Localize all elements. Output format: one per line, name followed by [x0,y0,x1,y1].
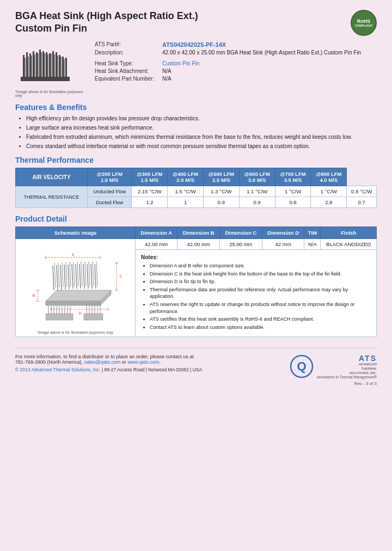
ats-q-logo: Q [290,354,314,378]
dim-a-value: 42.00 mm [136,239,177,250]
svg-line-34 [64,265,65,289]
svg-rect-10 [52,51,54,77]
footer-right: Q ATS ADVANCEDTHERMALSOLUTIONS, INC. Inn… [290,354,377,386]
schematic-note: *Image above is for illustration purpose… [37,330,114,334]
ducted-600: 0.8 [275,197,311,208]
equiv-value: N/A [162,76,171,82]
svg-text:C: C [119,274,122,278]
main-title: BGA Heat Sink (High Aspect Ratio Ext.) C… [15,10,198,35]
product-image-note: *Image above is for illustration purpose… [15,90,86,97]
svg-line-44 [58,263,59,287]
air-velocity-header: AIR VELOCITY [16,168,88,186]
part-number-value: ATS042042025-PF-14X [162,41,226,48]
svg-rect-22 [47,54,48,77]
footer-website[interactable]: www.qats.com. [127,359,161,365]
svg-line-43 [54,263,56,287]
svg-rect-1 [23,55,24,77]
part-label: ATS Part#: [95,41,160,47]
ats-tagline: Innovations in Thermal Management® [317,375,377,379]
product-details-table: ATS Part#: ATS042042025-PF-14X Descripti… [95,41,377,97]
unducted-700: 1 °C/W [311,186,347,197]
footer-copyright: © 2013 Advanced Thermal Solutions, Inc. [15,367,100,372]
unducted-300: 1.5 °C/W [168,186,204,197]
svg-line-33 [60,265,62,290]
svg-line-49 [77,262,78,286]
title-line1: BGA Heat Sink (High Aspect Ratio Ext.) [15,10,198,22]
dim-d-value: 42 mm [262,239,304,250]
ats-subtitle: ADVANCEDTHERMALSOLUTIONS, INC. [317,363,377,375]
svg-line-45 [62,262,63,287]
thermal-table: AIR VELOCITY @200 LFM1.0 M/S @300 LFM1.5… [15,168,377,208]
note-5: ATS reserves the right to update or chan… [150,301,371,315]
footer-left: For more information, to find a distribu… [15,354,290,372]
unducted-200: 2.15 °C/W [132,186,168,197]
svg-line-53 [93,261,94,286]
note-7: Contact ATS to learn about custom option… [150,324,371,331]
note-1: Dimension A and B refer to component siz… [150,262,371,270]
ducted-400: 0.9 [204,197,240,208]
svg-rect-6 [39,50,41,77]
svg-text:B: B [32,293,35,297]
unducted-500: 1.1 °C/W [239,186,275,197]
footer-contact: For more information, to find a distribu… [15,354,290,365]
title-line2: Custom Pin Fin [15,22,198,35]
product-image-area: *Image above is for illustration purpose… [15,41,86,97]
svg-text:D: D [78,311,81,315]
type-row: Heat Sink Type: Custom Pin Fin [95,60,377,66]
ducted-700: 2.8 [311,197,347,208]
feature-item-1: High efficiency pin fin design provides … [26,115,377,123]
dim-a-header: Dimension A [136,227,177,239]
desc-value: 42.00 x 42.00 x 25.00 mm BGA Heat Sink (… [162,50,361,56]
unducted-row: THERMAL RESISTANCE Unducted Flow 2.15 °C… [16,186,377,197]
svg-rect-9 [49,53,51,77]
features-list: High efficiency pin fin design provides … [26,115,377,150]
svg-rect-26 [60,57,62,77]
svg-marker-28 [46,290,111,301]
svg-line-32 [57,265,58,290]
part-number-row: ATS Part#: ATS042042025-PF-14X [95,41,377,48]
svg-rect-0 [21,77,70,81]
ducted-500: 0.9 [239,197,275,208]
footer-or: or [122,359,126,365]
footer-phone: 781-769-2800 (North America), [15,359,83,365]
tim-header: TIM [304,227,321,239]
footer-email[interactable]: sales@qats.com [84,359,121,365]
unducted-800: 0.9 °C/W [347,186,377,197]
footer: For more information, to find a distribu… [15,348,377,386]
svg-rect-16 [28,57,29,77]
unducted-label: Unducted Flow [88,186,132,197]
footer-address: | 89-27 Access Road | Norwood MA 02062 |… [102,367,202,372]
ducted-label: Ducted Flow [88,197,132,208]
svg-rect-3 [29,53,31,77]
svg-line-47 [70,262,71,286]
svg-line-41 [91,264,92,289]
svg-rect-23 [51,53,52,77]
svg-rect-7 [42,51,44,77]
col-700lfm: @700 LFM3.5 M/S [275,168,311,186]
features-title: Features & Benefits [15,103,377,112]
feature-item-2: Large surface area increases heat sink p… [26,124,377,132]
svg-line-38 [79,264,81,289]
col-800lfm: @800 LFM4.0 M/S [311,168,347,186]
dim-b-value: 42.00 mm [177,239,220,250]
dim-c-value: 25.00 mm [220,239,262,250]
description-row: Description: 42.00 x 42.00 x 25.00 mm BG… [95,50,377,56]
page-number: Rev - 3 of 3 [290,381,377,386]
svg-line-39 [83,264,84,289]
svg-text:A: A [71,253,74,256]
note-3: Dimension D is fin tip to fin tip. [150,278,371,285]
desc-label: Description: [95,50,160,56]
type-value: Custom Pin Fin [162,60,199,66]
attachment-value: N/A [162,68,171,74]
svg-rect-19 [38,53,39,77]
svg-rect-11 [56,52,57,77]
svg-rect-71 [46,314,73,320]
svg-rect-18 [34,54,35,77]
finish-value: BLACK ANODIZED [321,239,377,250]
footer-copyright-area: © 2013 Advanced Thermal Solutions, Inc. … [15,367,290,372]
finish-header: Finish [321,227,377,239]
header-area: BGA Heat Sink (High Aspect Ratio Ext.) C… [15,10,377,36]
note-4: Thermal performance data are provided fo… [150,286,371,300]
ducted-300: 1 [168,197,204,208]
ats-text-block: ATS ADVANCEDTHERMALSOLUTIONS, INC. Innov… [317,354,377,379]
